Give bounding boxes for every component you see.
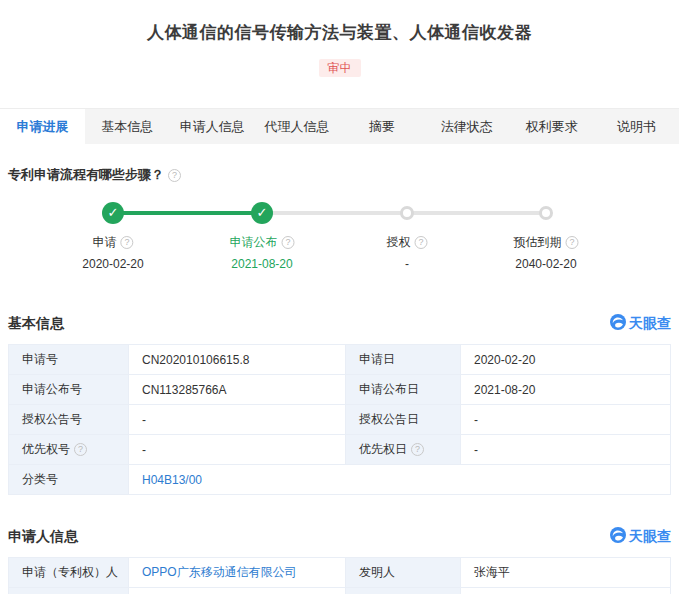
- step-date: 2020-02-20: [82, 257, 143, 271]
- basic-info-table: 申请号 CN202010106615.8 申请日 2020-02-20 申请公布…: [8, 344, 671, 495]
- step-date: 2040-02-20: [514, 257, 579, 271]
- question-icon[interactable]: ?: [74, 443, 87, 456]
- tab-legal-status[interactable]: 法律状态: [424, 109, 509, 144]
- field-label-text: 优先权号: [22, 442, 70, 456]
- applicant-company-link[interactable]: OPPO广东移动通信有限公司: [142, 565, 297, 579]
- field-value: 2021-08-20: [461, 375, 671, 405]
- classification-number-link[interactable]: H04B13/00: [142, 473, 202, 487]
- tab-bar: 申请进展 基本信息 申请人信息 代理人信息 摘要 法律状态 权利要求 说明书: [0, 108, 679, 144]
- field-value: OPPO广东移动通信有限公司: [129, 558, 346, 588]
- tab-applicant-info[interactable]: 申请人信息: [170, 109, 255, 144]
- check-icon: ✓: [102, 202, 124, 224]
- field-value: 广东省东莞市长安镇乌沙海滨路18号: [129, 588, 346, 594]
- section-title-basic-info: 基本信息: [8, 315, 64, 333]
- field-value: 张海平: [461, 558, 671, 588]
- step-label: 授权?: [387, 234, 428, 251]
- tab-description[interactable]: 说明书: [594, 109, 679, 144]
- field-label: 申请（专利权）人: [9, 558, 129, 588]
- field-value: 523860: [461, 588, 671, 594]
- basic-info-section-head: 基本信息 天眼查: [8, 314, 671, 334]
- table-row: 优先权号? - 优先权日? -: [9, 435, 671, 465]
- field-value: -: [129, 435, 346, 465]
- field-label: 地址: [9, 588, 129, 594]
- field-label: 申请公布号: [9, 375, 129, 405]
- status-badge-row: 审中: [0, 58, 679, 77]
- check-icon: ✓: [251, 202, 273, 224]
- applicant-info-table: 申请（专利权）人 OPPO广东移动通信有限公司 发明人 张海平 地址 广东省东莞…: [8, 557, 671, 594]
- timeline-step-expiry: 预估到期? 2040-02-20: [514, 234, 579, 271]
- tianyancha-logo[interactable]: 天眼查: [610, 527, 671, 547]
- field-label: 申请日: [346, 345, 461, 375]
- applicant-info-section-head: 申请人信息 天眼查: [8, 527, 671, 547]
- process-heading-row: 专利申请流程有哪些步骤？ ?: [8, 166, 671, 184]
- timeline-step-grant: 授权? -: [387, 234, 428, 271]
- tab-agent-info[interactable]: 代理人信息: [255, 109, 340, 144]
- page-title: 人体通信的信号传输方法与装置、人体通信收发器: [0, 0, 679, 44]
- field-label: 优先权日?: [346, 435, 461, 465]
- question-icon[interactable]: ?: [411, 443, 424, 456]
- main-content: 专利申请流程有哪些步骤？ ? ✓ ✓ 申请? 2020-02-20 申请公布? …: [0, 166, 679, 594]
- step-date: 2021-08-20: [230, 257, 295, 271]
- table-row: 分类号 H04B13/00: [9, 465, 671, 495]
- table-row: 授权公告号 - 授权公告日 -: [9, 405, 671, 435]
- step-label-text: 申请公布: [230, 235, 278, 249]
- process-timeline: ✓ ✓ 申请? 2020-02-20 申请公布? 2021-08-20 授权? …: [8, 202, 671, 286]
- tab-abstract[interactable]: 摘要: [340, 109, 425, 144]
- status-badge: 审中: [319, 59, 361, 77]
- timeline-step-application: 申请? 2020-02-20: [82, 234, 143, 271]
- patent-detail-page: 人体通信的信号传输方法与装置、人体通信收发器 审中 申请进展 基本信息 申请人信…: [0, 0, 679, 594]
- tianyancha-logo-text: 天眼查: [629, 528, 671, 546]
- pending-dot-icon: [539, 206, 553, 220]
- question-icon[interactable]: ?: [566, 236, 579, 249]
- step-date: -: [387, 257, 428, 271]
- field-label: 授权公告日: [346, 405, 461, 435]
- process-heading: 专利申请流程有哪些步骤？: [8, 166, 164, 184]
- field-value: 2020-02-20: [461, 345, 671, 375]
- field-value: -: [461, 405, 671, 435]
- tab-application-progress[interactable]: 申请进展: [0, 109, 85, 144]
- question-icon[interactable]: ?: [282, 236, 295, 249]
- field-value: -: [461, 435, 671, 465]
- tianyancha-logo-text: 天眼查: [629, 315, 671, 333]
- table-row: 申请号 CN202010106615.8 申请日 2020-02-20: [9, 345, 671, 375]
- question-icon[interactable]: ?: [120, 236, 133, 249]
- timeline-step-publication: 申请公布? 2021-08-20: [230, 234, 295, 271]
- step-label: 预估到期?: [514, 234, 579, 251]
- field-label: 邮编: [346, 588, 461, 594]
- field-label: 发明人: [346, 558, 461, 588]
- question-icon[interactable]: ?: [415, 236, 428, 249]
- tianyancha-logo-icon: [610, 314, 626, 334]
- field-value: H04B13/00: [129, 465, 671, 495]
- table-row: 申请公布号 CN113285766A 申请公布日 2021-08-20: [9, 375, 671, 405]
- field-label: 优先权号?: [9, 435, 129, 465]
- field-value: CN202010106615.8: [129, 345, 346, 375]
- timeline-line-done: [113, 211, 262, 215]
- tab-claims[interactable]: 权利要求: [509, 109, 594, 144]
- step-label: 申请公布?: [230, 234, 295, 251]
- step-label-text: 预估到期: [514, 235, 562, 249]
- field-label: 授权公告号: [9, 405, 129, 435]
- table-row: 申请（专利权）人 OPPO广东移动通信有限公司 发明人 张海平: [9, 558, 671, 588]
- timeline-track: ✓ ✓: [8, 202, 671, 224]
- field-value: -: [129, 405, 346, 435]
- pending-dot-icon: [400, 206, 414, 220]
- table-row: 地址 广东省东莞市长安镇乌沙海滨路18号 邮编 523860: [9, 588, 671, 594]
- tianyancha-logo[interactable]: 天眼查: [610, 314, 671, 334]
- field-value: CN113285766A: [129, 375, 346, 405]
- field-label: 分类号: [9, 465, 129, 495]
- step-label-text: 申请: [92, 235, 116, 249]
- section-title-applicant-info: 申请人信息: [8, 528, 78, 546]
- tab-basic-info[interactable]: 基本信息: [85, 109, 170, 144]
- tianyancha-logo-icon: [610, 527, 626, 547]
- step-label: 申请?: [82, 234, 143, 251]
- question-icon[interactable]: ?: [168, 169, 181, 182]
- step-label-text: 授权: [387, 235, 411, 249]
- field-label: 申请号: [9, 345, 129, 375]
- field-label: 申请公布日: [346, 375, 461, 405]
- field-label-text: 优先权日: [359, 442, 407, 456]
